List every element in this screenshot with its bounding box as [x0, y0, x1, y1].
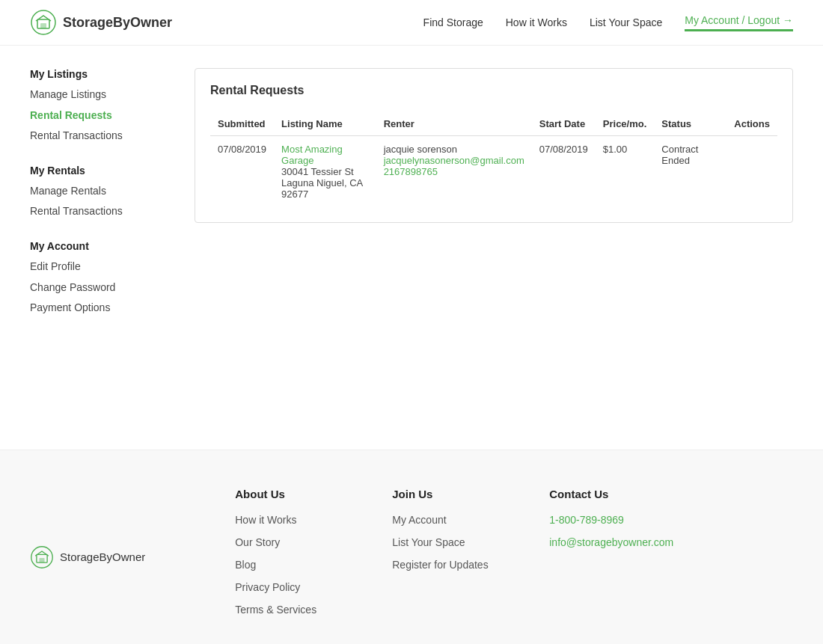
- sidebar-item-rental-requests[interactable]: Rental Requests: [30, 108, 180, 123]
- sidebar-item-payment-options[interactable]: Payment Options: [30, 301, 180, 316]
- svg-point-3: [31, 546, 52, 567]
- cell-start-date: 07/08/2019: [532, 136, 596, 208]
- renter-phone-link[interactable]: 2167898765: [384, 166, 438, 177]
- footer-terms-services[interactable]: Terms & Services: [235, 604, 347, 616]
- main-content: Rental Requests Submitted Listing Name R…: [180, 68, 793, 397]
- cell-status: Contract Ended: [654, 136, 726, 208]
- sidebar-section-title-my-account: My Account: [30, 240, 180, 252]
- nav-list-your-space[interactable]: List Your Space: [590, 16, 662, 28]
- nav-my-account[interactable]: My Account / Logout →: [685, 14, 793, 26]
- footer-my-account[interactable]: My Account: [392, 514, 504, 526]
- logo-text: StorageByOwner: [63, 15, 172, 31]
- col-price: Price/mo.: [596, 112, 655, 136]
- footer-how-it-works[interactable]: How it Works: [235, 514, 347, 526]
- col-submitted: Submitted: [210, 112, 274, 136]
- footer-register-updates[interactable]: Register for Updates: [392, 559, 504, 571]
- footer-contact-title: Contact Us: [549, 488, 673, 500]
- listing-address2: Laguna Niguel, CA 92677: [281, 177, 362, 200]
- logo-icon: [30, 9, 57, 36]
- cell-listing-name: Most Amazing Garage 30041 Tessier St Lag…: [274, 136, 376, 208]
- nav-account-underline: [685, 29, 793, 31]
- sidebar-section-my-rentals: My Rentals Manage Rentals Rental Transac…: [30, 165, 180, 219]
- sidebar-item-manage-rentals[interactable]: Manage Rentals: [30, 184, 180, 199]
- sidebar: My Listings Manage Listings Rental Reque…: [30, 68, 180, 397]
- nav-how-it-works[interactable]: How it Works: [506, 16, 567, 28]
- sidebar-item-change-password[interactable]: Change Password: [30, 280, 180, 295]
- footer-logo-text: StorageByOwner: [60, 551, 145, 563]
- logo[interactable]: StorageByOwner: [30, 9, 172, 36]
- sidebar-item-manage-listings[interactable]: Manage Listings: [30, 88, 180, 102]
- table-row: 07/08/2019 Most Amazing Garage 30041 Tes…: [210, 136, 777, 208]
- footer-top: StorageByOwner About Us How it Works Our…: [30, 488, 793, 626]
- col-start-date: Start Date: [532, 112, 596, 136]
- footer-phone[interactable]: 1-800-789-8969: [549, 514, 673, 526]
- footer: StorageByOwner About Us How it Works Our…: [0, 450, 823, 644]
- rental-requests-box: Rental Requests Submitted Listing Name R…: [195, 68, 793, 223]
- sidebar-item-rental-transactions-rentals[interactable]: Rental Transactions: [30, 204, 180, 219]
- cell-price: $1.00: [596, 136, 655, 208]
- sidebar-item-edit-profile[interactable]: Edit Profile: [30, 260, 180, 275]
- nav-account-container: My Account / Logout →: [685, 14, 793, 31]
- listing-address1: 30041 Tessier St: [281, 166, 354, 177]
- svg-rect-2: [40, 23, 46, 28]
- footer-join-title: Join Us: [392, 488, 504, 500]
- col-listing-name: Listing Name: [274, 112, 376, 136]
- footer-about-title: About Us: [235, 488, 347, 500]
- footer-about-us: About Us How it Works Our Story Blog Pri…: [235, 488, 347, 626]
- col-status: Status: [654, 112, 726, 136]
- main-nav: Find Storage How it Works List Your Spac…: [423, 14, 793, 31]
- cell-submitted: 07/08/2019: [210, 136, 274, 208]
- page-title: Rental Requests: [210, 84, 777, 97]
- footer-our-story[interactable]: Our Story: [235, 536, 347, 548]
- footer-email[interactable]: info@storagebyowner.com: [549, 536, 673, 548]
- table-header-row: Submitted Listing Name Renter Start Date…: [210, 112, 777, 136]
- col-actions: Actions: [726, 112, 777, 136]
- sidebar-item-rental-transactions-listings[interactable]: Rental Transactions: [30, 129, 180, 144]
- footer-join-us: Join Us My Account List Your Space Regis…: [392, 488, 504, 626]
- sidebar-section-title-my-rentals: My Rentals: [30, 165, 180, 177]
- sidebar-section-title-my-listings: My Listings: [30, 68, 180, 80]
- footer-logo-icon: [30, 545, 54, 569]
- rental-requests-table: Submitted Listing Name Renter Start Date…: [210, 112, 777, 207]
- cell-actions: [726, 136, 777, 208]
- svg-rect-5: [39, 557, 44, 562]
- footer-blog[interactable]: Blog: [235, 559, 347, 571]
- renter-email-link[interactable]: jacquelynasonerson@gmail.com: [384, 155, 524, 166]
- footer-logo: StorageByOwner: [30, 488, 145, 626]
- sidebar-section-my-account: My Account Edit Profile Change Password …: [30, 240, 180, 316]
- listing-name-link[interactable]: Most Amazing Garage: [281, 144, 343, 166]
- footer-list-your-space[interactable]: List Your Space: [392, 536, 504, 548]
- renter-name: jacquie sorenson: [384, 144, 457, 155]
- svg-point-0: [31, 10, 55, 34]
- footer-privacy-policy[interactable]: Privacy Policy: [235, 581, 347, 593]
- cell-renter: jacquie sorenson jacquelynasonerson@gmai…: [376, 136, 532, 208]
- footer-contact-us: Contact Us 1-800-789-8969 info@storageby…: [549, 488, 673, 626]
- nav-find-storage[interactable]: Find Storage: [423, 16, 483, 28]
- col-renter: Renter: [376, 112, 532, 136]
- sidebar-section-my-listings: My Listings Manage Listings Rental Reque…: [30, 68, 180, 144]
